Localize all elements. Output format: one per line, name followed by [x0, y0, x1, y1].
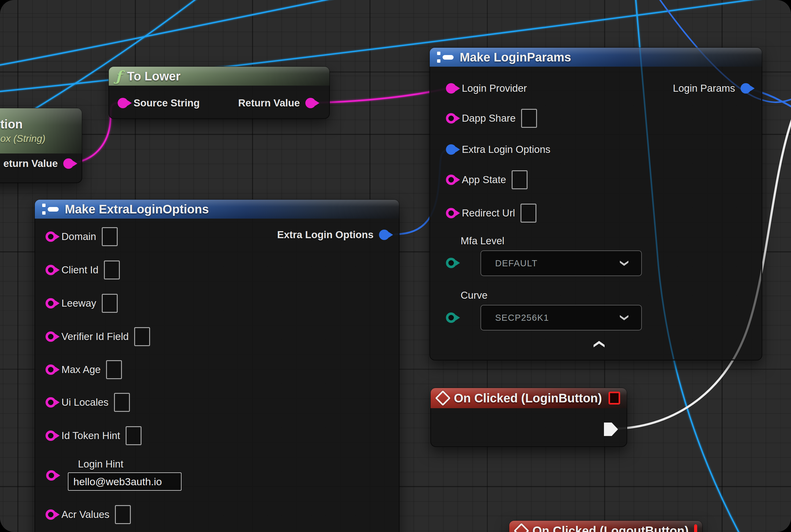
node-on-clicked-login-title: On Clicked (LoginButton)	[454, 391, 602, 405]
make-struct-icon	[42, 203, 59, 215]
collapse-node-chevron[interactable]	[594, 341, 604, 347]
melo-output-label: Extra Login Options	[277, 229, 373, 241]
client-id-value-box[interactable]	[104, 261, 120, 280]
login-params-label: Login Params	[673, 82, 735, 94]
id-token-hint-pin[interactable]	[45, 431, 56, 441]
melo-row-leeway: Leeway	[45, 292, 118, 314]
exec-out-pin[interactable]	[604, 422, 618, 436]
app-state-value-box[interactable]	[512, 170, 527, 189]
to-lower-return-label: Return Value	[238, 97, 300, 109]
login-hint-input[interactable]: hello@web3auth.io	[68, 472, 181, 491]
verifier-id-field-label: Verifier Id Field	[61, 331, 129, 342]
curve-pin[interactable]	[446, 312, 456, 323]
melo-row-ui-locales: Ui Locales	[45, 391, 130, 413]
node-partial-getter-header[interactable]: tion ox (String)	[0, 108, 82, 153]
event-icon	[435, 391, 451, 406]
make-struct-icon	[437, 51, 454, 63]
verifier-id-field-pin[interactable]	[45, 331, 56, 342]
source-string-pin[interactable]	[118, 98, 128, 108]
login-params-out-pin[interactable]	[740, 83, 751, 94]
partial-getter-output-label: eturn Value	[3, 158, 58, 169]
mfa-level-label: Mfa Level	[461, 235, 504, 247]
redirect-url-label: Redirect Url	[462, 207, 515, 219]
mfa-level-value: DEFAULT	[495, 258, 538, 268]
mlp-row-dapp-share: Dapp Share	[446, 107, 537, 129]
max-age-pin[interactable]	[45, 364, 56, 375]
mlp-output-row: Login Params	[673, 77, 751, 99]
node-to-lower-header[interactable]: ƒ To Lower	[109, 66, 329, 86]
mlp-row-app-state: App State	[446, 169, 527, 191]
domain-value-box[interactable]	[102, 227, 118, 246]
curve-dropdown[interactable]: SECP256K1	[481, 305, 642, 330]
node-make-login-params[interactable]: Make LoginParams Login Provider Login Pa…	[429, 48, 762, 360]
node-on-clicked-logout[interactable]: On Clicked (LogoutButton)	[509, 520, 703, 532]
wire-cyan-upper[interactable]	[0, 0, 364, 66]
domain-label: Domain	[61, 231, 96, 243]
node-partial-getter[interactable]: tion ox (String) eturn Value	[0, 108, 82, 183]
login-hint-pin[interactable]	[46, 470, 57, 481]
dapp-share-value-box[interactable]	[521, 109, 537, 128]
curve-value: SECP256K1	[495, 313, 549, 323]
to-lower-return-pin[interactable]	[305, 98, 316, 108]
mfa-level-pin[interactable]	[446, 258, 456, 268]
wire-tolower-to-provider[interactable]	[315, 88, 448, 103]
melo-row-id-token-hint: Id Token Hint	[45, 425, 141, 447]
wire-tolower-to-provider-glow	[315, 88, 448, 103]
client-id-pin[interactable]	[45, 265, 56, 275]
dapp-share-pin[interactable]	[446, 113, 456, 124]
delegate-pin[interactable]	[609, 392, 620, 404]
redirect-url-value-box[interactable]	[521, 204, 536, 223]
mlp-row-login-provider: Login Provider	[446, 77, 527, 99]
node-make-extra-login-options[interactable]: Make ExtraLoginOptions Extra Login Optio…	[35, 200, 400, 532]
event-icon	[514, 523, 529, 532]
login-hint-label: Login Hint	[78, 458, 123, 470]
verifier-id-field-value-box[interactable]	[134, 327, 150, 346]
id-token-hint-value-box[interactable]	[126, 426, 141, 445]
melo-output-row: Extra Login Options	[277, 224, 389, 246]
leeway-value-box[interactable]	[102, 294, 118, 313]
chevron-down-icon	[620, 315, 629, 320]
to-lower-output-row: Return Value	[238, 92, 316, 114]
node-mlp-header[interactable]: Make LoginParams	[430, 48, 762, 66]
melo-row-max-age: Max Age	[45, 359, 122, 381]
return-value-pin[interactable]	[63, 158, 74, 169]
function-icon: ƒ	[116, 69, 122, 83]
node-on-clicked-login[interactable]: On Clicked (LoginButton)	[430, 388, 627, 447]
mfa-level-dropdown[interactable]: DEFAULT	[481, 250, 642, 276]
leeway-label: Leeway	[61, 298, 96, 309]
node-melo-header[interactable]: Make ExtraLoginOptions	[35, 200, 399, 218]
domain-pin[interactable]	[45, 231, 56, 242]
node-to-lower-title: To Lower	[127, 70, 181, 83]
mlp-row-redirect-url: Redirect Url	[446, 202, 536, 224]
node-partial-getter-title: tion	[0, 117, 23, 131]
partial-getter-output-row: eturn Value	[3, 153, 74, 175]
node-on-clicked-logout-header[interactable]: On Clicked (LogoutButton)	[509, 521, 702, 532]
ui-locales-pin[interactable]	[45, 397, 56, 407]
extra-login-options-in-pin[interactable]	[446, 144, 456, 155]
login-provider-label: Login Provider	[462, 82, 527, 94]
acr-values-value-box[interactable]	[115, 505, 131, 524]
client-id-label: Client Id	[61, 264, 98, 276]
node-mlp-title: Make LoginParams	[460, 51, 571, 64]
node-on-clicked-logout-title: On Clicked (LogoutButton)	[533, 524, 689, 532]
chevron-down-icon	[620, 261, 629, 266]
leeway-pin[interactable]	[45, 298, 56, 308]
max-age-label: Max Age	[61, 364, 100, 376]
node-to-lower[interactable]: ƒ To Lower Source String Return Value	[109, 66, 330, 119]
melo-row-domain: Domain	[45, 226, 118, 248]
mlp-row-extra-login-options: Extra Login Options	[446, 138, 551, 160]
redirect-url-pin[interactable]	[446, 208, 456, 218]
login-provider-pin[interactable]	[446, 83, 456, 94]
delegate-pin[interactable]	[694, 524, 697, 532]
node-partial-getter-subtitle: ox (String)	[0, 133, 45, 144]
blueprint-graph-canvas[interactable]: tion ox (String) eturn Value ƒ To Lower …	[0, 0, 791, 532]
max-age-value-box[interactable]	[106, 360, 122, 379]
melo-row-client-id: Client Id	[45, 259, 120, 281]
melo-row-verifier: Verifier Id Field	[45, 326, 150, 348]
app-state-pin[interactable]	[446, 175, 456, 185]
node-on-clicked-login-header[interactable]: On Clicked (LoginButton)	[431, 388, 627, 408]
ui-locales-value-box[interactable]	[114, 393, 130, 412]
extra-login-options-out-pin[interactable]	[379, 230, 389, 240]
to-lower-input-row: Source String	[118, 92, 199, 114]
acr-values-pin[interactable]	[45, 509, 56, 520]
